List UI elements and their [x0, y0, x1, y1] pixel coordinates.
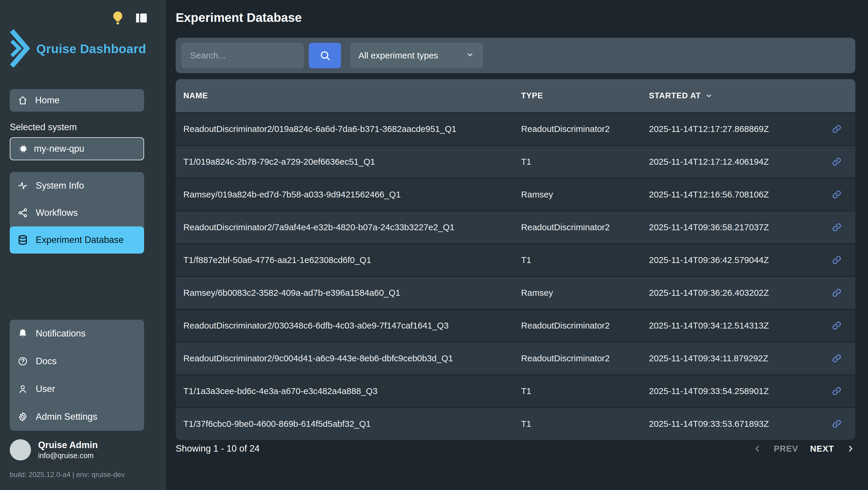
database-icon	[18, 235, 28, 245]
open-experiment-link[interactable]	[832, 255, 842, 265]
theme-lightbulb-icon[interactable]	[110, 10, 126, 26]
column-header-type: TYPE	[521, 91, 649, 100]
user-email: info@qruise.com	[38, 451, 98, 460]
table-row: ReadoutDiscriminator2/7a9af4e4-e32b-4820…	[176, 211, 855, 243]
search-input[interactable]	[181, 43, 304, 68]
sidebar-item-user[interactable]: User	[10, 375, 144, 403]
experiment-actions-cell	[818, 222, 855, 232]
next-page-button[interactable]: NEXT	[810, 444, 834, 454]
open-experiment-link[interactable]	[832, 288, 842, 298]
experiment-actions-cell	[818, 320, 855, 331]
sidebar-item-label: System Info	[36, 180, 84, 191]
table-footer: Showing 1 - 10 of 24 PREV NEXT	[176, 443, 855, 454]
experiment-type-cell: Ramsey	[521, 288, 649, 298]
sidebar-toggle-icon[interactable]	[135, 11, 148, 25]
build-info: build: 2025.12.0-a4 | env: qruise-dev	[10, 470, 125, 479]
sidebar-item-experiment-database[interactable]: Experiment Database	[10, 226, 144, 253]
table-row: T1/f887e2bf-50a6-4776-aa21-1e62308cd6f0_…	[176, 243, 855, 276]
experiment-actions-cell	[818, 419, 855, 429]
gear-icon	[18, 411, 28, 422]
sidebar-item-label: Notifications	[36, 328, 86, 339]
experiment-name-cell: ReadoutDiscriminator2/019a824c-6a6d-7da6…	[183, 124, 521, 134]
experiment-started-cell: 2025-11-14T09:36:42.579044Z	[649, 255, 818, 265]
column-header-started-at[interactable]: STARTED AT	[649, 91, 818, 100]
activity-icon	[18, 180, 28, 191]
experiment-name-cell: T1/37f6cbc0-9be0-4600-869b-614f5d5abf32_…	[183, 419, 521, 429]
home-icon	[18, 95, 28, 106]
experiment-started-cell: 2025-11-14T09:33:53.671893Z	[649, 419, 818, 429]
avatar	[10, 439, 31, 460]
secondary-nav: NotificationsDocsUserAdmin Settings	[10, 320, 144, 431]
experiment-type-cell: T1	[521, 386, 649, 396]
pagination: PREV NEXT	[752, 444, 855, 454]
table-row: T1/37f6cbc0-9be0-4600-869b-614f5d5abf32_…	[176, 407, 855, 440]
main-content: Experiment Database All experiment types…	[166, 0, 868, 490]
user-profile[interactable]: Qruise Admin info@qruise.com	[10, 439, 98, 460]
sidebar-item-admin-settings[interactable]: Admin Settings	[10, 403, 144, 431]
search-button[interactable]	[309, 43, 341, 68]
experiment-started-cell: 2025-11-14T09:33:54.258901Z	[649, 386, 818, 396]
help-icon	[18, 356, 28, 367]
sidebar-item-notifications[interactable]: Notifications	[10, 320, 144, 347]
experiment-started-cell: 2025-11-14T09:36:26.403202Z	[649, 288, 818, 298]
open-experiment-link[interactable]	[832, 386, 842, 396]
table-row: Ramsey/6b0083c2-3582-409a-ad7b-e396a1584…	[176, 276, 855, 309]
experiment-type-cell: Ramsey	[521, 189, 649, 200]
brand: Qruise Dashboard	[10, 28, 146, 70]
experiment-type-cell: T1	[521, 419, 649, 429]
table-row: T1/1a3a3cee-bd6c-4e3a-a670-e3c482a4a888_…	[176, 374, 855, 407]
experiment-actions-cell	[818, 288, 855, 298]
user-identity: Qruise Admin info@qruise.com	[38, 439, 98, 460]
bell-icon	[18, 328, 28, 339]
open-experiment-link[interactable]	[832, 320, 842, 331]
sidebar-item-label: Home	[35, 95, 60, 106]
selected-system-label: Selected system	[10, 122, 77, 132]
table-body: ReadoutDiscriminator2/019a824c-6a6d-7da6…	[176, 112, 855, 440]
qruise-logo-icon	[10, 28, 30, 70]
sidebar-item-label: User	[36, 384, 55, 394]
open-experiment-link[interactable]	[832, 222, 842, 232]
experiment-started-cell: 2025-11-14T12:17:27.868869Z	[649, 124, 818, 134]
sidebar-item-label: Workflows	[36, 208, 78, 218]
experiment-name-cell: T1/019a824c-2b78-79c2-a729-20ef6636ec51_…	[183, 157, 521, 167]
sidebar-item-home[interactable]: Home	[10, 89, 144, 112]
sort-desc-icon[interactable]	[705, 91, 713, 100]
experiment-type-value: All experiment types	[359, 51, 438, 61]
sidebar-top-icons	[110, 10, 148, 26]
user-name: Qruise Admin	[38, 439, 98, 451]
experiment-name-cell: T1/f887e2bf-50a6-4776-aa21-1e62308cd6f0_…	[183, 255, 521, 265]
sidebar-item-label: Docs	[36, 356, 57, 367]
open-experiment-link[interactable]	[832, 189, 842, 200]
user-icon	[18, 384, 28, 394]
chevron-right-icon[interactable]	[846, 444, 855, 453]
experiment-actions-cell	[818, 157, 855, 167]
experiment-type-cell: T1	[521, 157, 649, 167]
open-experiment-link[interactable]	[832, 124, 842, 134]
chevron-down-icon	[465, 50, 475, 61]
experiment-started-cell: 2025-11-14T12:16:56.708106Z	[649, 189, 818, 200]
experiment-type-select[interactable]: All experiment types	[350, 43, 483, 68]
open-experiment-link[interactable]	[832, 353, 842, 363]
table-row: ReadoutDiscriminator2/019a824c-6a6d-7da6…	[176, 112, 855, 145]
selected-system-button[interactable]: my-new-qpu	[10, 137, 144, 160]
experiment-type-cell: ReadoutDiscriminator2	[521, 222, 649, 232]
chip-icon	[18, 144, 29, 154]
open-experiment-link[interactable]	[832, 419, 842, 429]
open-experiment-link[interactable]	[832, 157, 842, 167]
sidebar-item-workflows[interactable]: Workflows	[10, 199, 144, 226]
experiment-started-cell: 2025-11-14T09:34:12.514313Z	[649, 320, 818, 331]
table-header: NAME TYPE STARTED AT	[176, 79, 855, 112]
pagination-summary: Showing 1 - 10 of 24	[176, 443, 259, 454]
chevron-left-icon[interactable]	[752, 444, 762, 453]
selected-system-value: my-new-qpu	[34, 144, 85, 154]
sidebar-item-docs[interactable]: Docs	[10, 347, 144, 375]
experiment-actions-cell	[818, 189, 855, 200]
experiment-type-cell: ReadoutDiscriminator2	[521, 320, 649, 331]
sidebar-item-system-info[interactable]: System Info	[10, 172, 144, 199]
experiment-actions-cell	[818, 124, 855, 134]
search-icon	[319, 49, 331, 62]
workflow-icon	[18, 208, 28, 218]
experiment-name-cell: T1/1a3a3cee-bd6c-4e3a-a670-e3c482a4a888_…	[183, 386, 521, 396]
prev-page-button[interactable]: PREV	[774, 444, 798, 454]
experiment-name-cell: Ramsey/019a824b-ed7d-7b58-a033-9d9421562…	[183, 189, 521, 200]
